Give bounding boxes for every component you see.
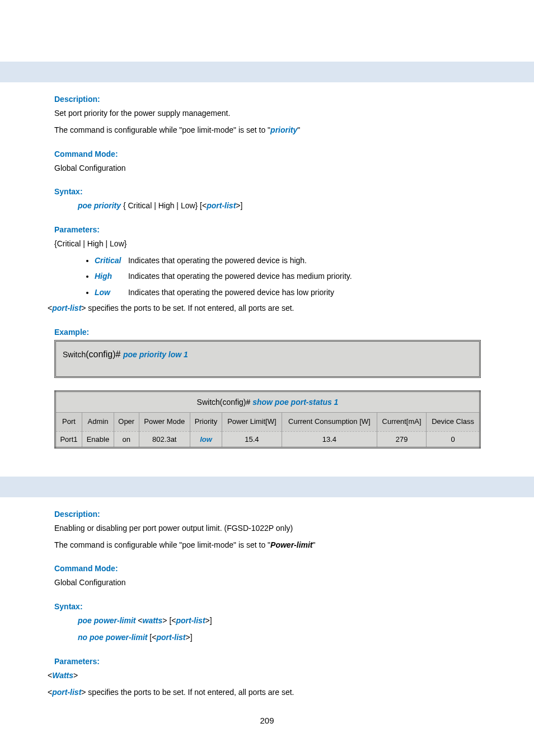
- td: 0: [427, 431, 480, 447]
- d2b: Power-limit: [270, 540, 312, 549]
- s2-cmd2: no poe power-limit: [78, 633, 147, 642]
- desc2-b: priority: [270, 125, 297, 134]
- th: Power Limit[W]: [222, 412, 282, 431]
- parameters-heading: Parameters:: [54, 225, 481, 234]
- list-item: Low Indicates that operating the powered…: [95, 286, 481, 298]
- description2-line2: The command is configurable while "poe l…: [54, 539, 481, 552]
- td: 13.4: [282, 431, 377, 447]
- param-values: {Critical | High | Low}: [54, 237, 481, 251]
- opt-name: Low: [95, 286, 126, 298]
- page-number: 209: [0, 716, 534, 725]
- ps-a: <: [48, 304, 52, 312]
- th: Device Class: [427, 412, 480, 431]
- opt-desc: Indicates that operating the powered dev…: [128, 288, 334, 297]
- ex1-cmd: poe priority low 1: [123, 350, 188, 359]
- ex1-prompt-b: (config)#: [86, 349, 123, 359]
- s2-ph2: port-list: [176, 616, 205, 625]
- cap-b: show poe port-status 1: [252, 398, 338, 407]
- description-line-1: Set port priority for the power supply m…: [54, 107, 481, 120]
- th: Oper: [114, 412, 139, 431]
- syntax2-line1: poe power-limit <watts> [<port-list>]: [54, 614, 481, 628]
- opt-name: High: [95, 270, 126, 282]
- syntax-heading-2: Syntax:: [54, 602, 481, 611]
- s2-2a: [<: [147, 633, 156, 642]
- section-2-content: Description: Enabling or disabling per p…: [0, 510, 534, 699]
- table-header-row: Port Admin Oper Power Mode Priority Powe…: [55, 412, 480, 431]
- table-caption-row: Switch(config)# show poe port-status 1: [55, 391, 480, 412]
- list-item: High Indicates that operating the powere…: [95, 270, 481, 282]
- d2a: The command is configurable while "poe l…: [54, 540, 270, 549]
- th: Current Consumption [W]: [282, 412, 377, 431]
- d2c: ": [313, 540, 316, 549]
- td: Enable: [82, 431, 114, 447]
- ps-b: port-list: [52, 304, 81, 312]
- th: Current[mA]: [377, 412, 426, 431]
- description-heading-2: Description:: [54, 510, 481, 519]
- portlist-spec: <port-list> specifies the ports to be se…: [48, 302, 481, 315]
- section-heading-bar-1: [0, 62, 534, 82]
- desc2-c: ": [297, 125, 300, 134]
- td: 802.3at: [139, 431, 190, 447]
- description2-line1: Enabling or disabling per port power out…: [54, 522, 481, 535]
- syntax-ph: port-list: [207, 201, 236, 210]
- example-box-1: Switch(config)# poe priority low 1: [54, 340, 481, 378]
- param2-1: <Watts>: [48, 669, 481, 683]
- param2-2: <port-list> specifies the ports to be se…: [48, 686, 481, 699]
- s2-a: <: [135, 616, 142, 625]
- opt-name: Critical: [95, 254, 126, 267]
- s2-c: >]: [205, 616, 212, 625]
- page: Description: Set port priority for the p…: [0, 62, 534, 748]
- mode-heading-2: Command Mode:: [54, 564, 481, 573]
- parameters-heading-2: Parameters:: [54, 657, 481, 666]
- p1a: <: [48, 671, 52, 680]
- ex1-prompt-a: Switch: [63, 350, 86, 359]
- s2-2b: >]: [186, 633, 193, 642]
- p2a: <: [48, 688, 52, 697]
- td: Port1: [55, 431, 82, 447]
- table-row: Port1 Enable on 802.3at low 15.4 13.4 27…: [55, 431, 480, 447]
- syntax-args: { Critical | High | Low} [<: [121, 201, 207, 210]
- section-heading-bar-2: [0, 477, 534, 497]
- mode-value-2: Global Configuration: [54, 576, 481, 590]
- th: Port: [55, 412, 82, 431]
- p1b: Watts: [52, 671, 73, 680]
- s2-cmd1: poe power-limit: [78, 616, 135, 625]
- td: on: [114, 431, 139, 447]
- td-priority: low: [190, 431, 222, 447]
- p1c: >: [73, 671, 78, 680]
- ps-c: > specifies the ports to be set. If not …: [81, 304, 294, 312]
- syntax-line: poe priority { Critical | High | Low} [<…: [54, 199, 481, 213]
- desc2-a: The command is configurable while "poe l…: [54, 125, 270, 134]
- mode-value: Global Configuration: [54, 162, 481, 175]
- param-option-list: Critical Indicates that operating the po…: [54, 254, 481, 298]
- p2b: port-list: [52, 688, 81, 697]
- description-heading: Description:: [54, 95, 481, 104]
- mode-heading: Command Mode:: [54, 150, 481, 158]
- syntax-heading: Syntax:: [54, 187, 481, 196]
- poe-status-table: Switch(config)# show poe port-status 1 P…: [54, 390, 481, 449]
- th: Admin: [82, 412, 114, 431]
- th: Priority: [190, 412, 222, 431]
- th: Power Mode: [139, 412, 190, 431]
- opt-desc: Indicates that operating the powered dev…: [128, 256, 307, 265]
- syntax2-line2: no poe power-limit [<port-list>]: [54, 631, 481, 645]
- syntax-end: >]: [236, 201, 242, 210]
- description-line-2: The command is configurable while "poe l…: [54, 124, 481, 137]
- p2c: > specifies the ports to be set. If not …: [81, 688, 294, 697]
- opt-desc: Indicates that operating the powered dev…: [128, 272, 352, 281]
- example-heading: Example:: [54, 328, 481, 337]
- s2-2ph: port-list: [156, 633, 185, 642]
- td: 279: [377, 431, 426, 447]
- section-1-content: Description: Set port priority for the p…: [0, 95, 534, 449]
- cap-a: Switch(config)#: [197, 398, 253, 407]
- syntax-cmd: poe priority: [78, 201, 121, 210]
- td: 15.4: [222, 431, 282, 447]
- list-item: Critical Indicates that operating the po…: [95, 254, 481, 267]
- s2-b: > [<: [162, 616, 176, 625]
- table-caption-cell: Switch(config)# show poe port-status 1: [55, 391, 480, 412]
- s2-ph1: watts: [143, 616, 163, 625]
